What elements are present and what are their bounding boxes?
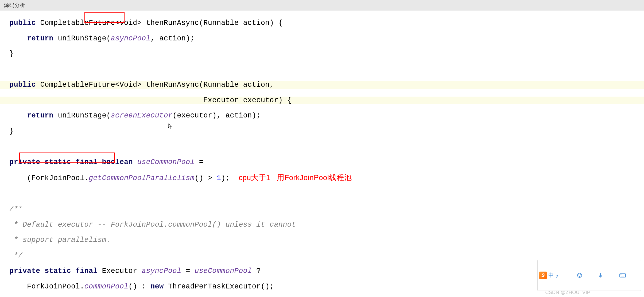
code-text: } <box>9 127 14 135</box>
code-text: ForkJoinPool. <box>9 283 84 291</box>
keyword: public <box>9 19 36 27</box>
keyword: return <box>27 112 53 120</box>
svg-rect-7 <box>622 275 622 275</box>
method-reference: commonPool <box>84 283 129 291</box>
code-editor[interactable]: public CompletableFuture<void> thenRunAs… <box>0 10 644 297</box>
number-literal: 1 <box>217 174 221 182</box>
annotation-text: cpu大于1 用ForkJoinPool线程池 <box>239 173 352 182</box>
svg-rect-8 <box>623 275 623 275</box>
field-declaration: useCommonPool <box>133 158 195 166</box>
code-text: ); <box>221 174 230 182</box>
code-text: (ForkJoinPool. <box>9 174 89 182</box>
tab-title[interactable]: 源码分析 <box>4 2 25 8</box>
field-declaration: asyncPool <box>142 267 181 275</box>
keyword: return <box>27 35 53 43</box>
code-text: (executor), action); <box>173 112 261 120</box>
code-text: } <box>9 50 14 58</box>
code-text: Executor executor) { <box>9 96 292 104</box>
field-reference: screenExecutor <box>111 112 173 120</box>
code-text: ? <box>252 267 261 275</box>
keyword: private static final <box>9 267 98 275</box>
code-text: = <box>181 267 195 275</box>
svg-rect-10 <box>621 276 624 276</box>
code-text: = <box>195 158 203 166</box>
svg-rect-5 <box>620 274 626 277</box>
tab-bar: 源码分析 <box>0 0 644 10</box>
code-text: , action); <box>150 35 195 43</box>
svg-point-0 <box>556 275 558 277</box>
svg-point-2 <box>578 275 579 275</box>
code-text: ThreadPerTaskExecutor(); <box>164 283 274 291</box>
method-reference: getCommonPoolParallelism <box>89 174 195 182</box>
ime-emoji-icon[interactable] <box>577 261 597 290</box>
comment: */ <box>9 252 23 260</box>
svg-rect-9 <box>624 275 624 275</box>
code-text: uniRunStage( <box>53 112 111 120</box>
ime-mic-icon[interactable] <box>598 261 618 290</box>
field-reference: useCommonPool <box>195 267 252 275</box>
code-text: CompletableFuture<Void> thenRunAsync(Run… <box>36 81 274 89</box>
svg-rect-4 <box>600 273 601 276</box>
ime-keyboard-icon[interactable] <box>619 261 639 289</box>
code-text: () > <box>195 174 217 182</box>
ime-logo-icon[interactable]: S <box>539 272 547 279</box>
svg-rect-6 <box>620 275 621 275</box>
keyword: new <box>150 283 164 291</box>
svg-point-1 <box>577 273 582 277</box>
comment: * Default executor -- ForkJoinPool.commo… <box>9 221 296 229</box>
code-text: CompletableFuture<void> thenRunAsync(Run… <box>36 19 283 27</box>
code-text: () : <box>129 283 151 291</box>
ime-language[interactable]: 中 <box>548 273 554 278</box>
field-reference: asyncPool <box>111 35 151 43</box>
comment: * support parallelism. <box>9 236 111 244</box>
code-text: Executor <box>98 267 142 275</box>
ime-toolbar[interactable]: S 中 <box>537 260 641 291</box>
comment: /** <box>9 205 23 213</box>
svg-point-3 <box>580 275 581 275</box>
ime-punct-icon[interactable] <box>556 261 575 289</box>
keyword: private static final boolean <box>9 158 133 166</box>
keyword: public <box>9 81 36 89</box>
code-text: uniRunStage( <box>53 35 111 43</box>
